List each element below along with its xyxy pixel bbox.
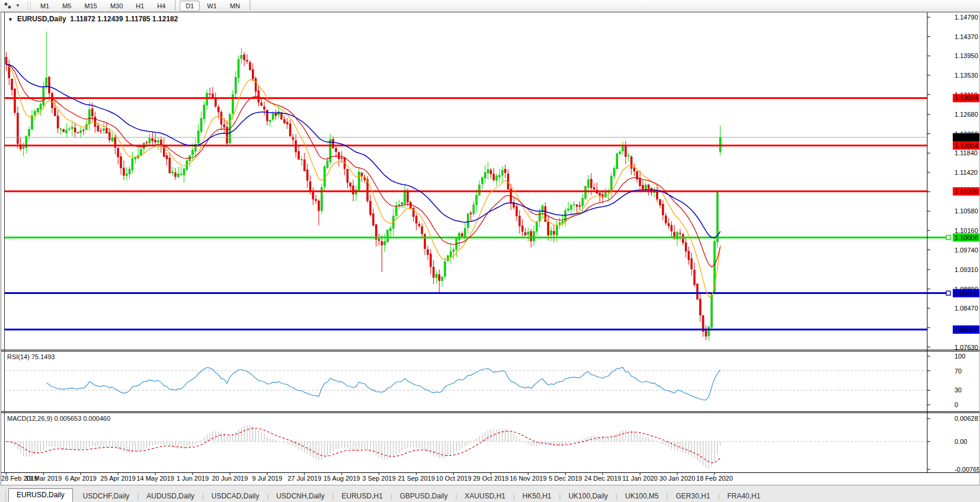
dropdown-caret-icon[interactable]: ▼ <box>15 3 20 8</box>
candle-up <box>711 292 713 327</box>
symbol-tab-bar: EURUSD,DailyUSDCHF,Daily|AUDUSD,Daily|US… <box>0 485 980 502</box>
toolbar-separator <box>27 2 31 9</box>
time-tick-label: 27 Jul 2019 <box>287 475 321 482</box>
price-tick-label: 1.12680 <box>955 111 978 118</box>
candle-up <box>619 152 621 154</box>
candle-down <box>624 145 626 156</box>
line-handle[interactable] <box>946 291 950 295</box>
candle-down <box>169 158 171 173</box>
candle-down <box>214 98 216 107</box>
rsi-indicator-label: RSI(14) 75.1493 <box>7 353 55 360</box>
tab-usdcnh-daily[interactable]: USDCNH,Daily <box>268 490 332 502</box>
candle-down <box>14 89 16 113</box>
tab-fra40-h1[interactable]: FRA40,H1 <box>719 490 768 502</box>
candle-down <box>146 143 148 143</box>
candle-up <box>23 147 24 149</box>
timeframe-button-m5[interactable]: M5 <box>56 1 77 11</box>
candle-down <box>662 204 664 215</box>
candle-down <box>249 63 251 70</box>
candle-down <box>5 57 7 65</box>
candle-down <box>74 128 76 132</box>
candle-up <box>453 250 454 251</box>
candle-down <box>51 93 53 108</box>
candle-up <box>46 78 47 87</box>
candle-down <box>630 156 632 168</box>
tab-usdcad-daily[interactable]: USDCAD,Daily <box>204 490 267 502</box>
candle-down <box>318 201 320 211</box>
candle-down <box>699 299 701 315</box>
time-tick-label: 14 May 2019 <box>136 475 174 482</box>
time-tick-label: 15 Aug 2019 <box>324 475 360 482</box>
candle-up <box>37 108 39 112</box>
tab-xauusd-h1[interactable]: XAUUSD,H1 <box>457 490 513 502</box>
line-handle[interactable] <box>946 235 950 239</box>
chart-collapse-caret-icon[interactable]: ▼ <box>8 17 13 23</box>
timeframe-button-m30[interactable]: M30 <box>104 1 129 11</box>
timeframe-button-mn[interactable]: MN <box>224 1 246 11</box>
candle-up <box>301 159 303 160</box>
candle-down <box>579 206 581 206</box>
toolbar-separator <box>249 0 251 10</box>
candle-up <box>149 138 150 143</box>
time-tick-label: 10 Oct 2019 <box>436 475 472 482</box>
tab-uk100-daily[interactable]: UK100,Daily <box>561 490 616 502</box>
candle-down <box>490 170 492 174</box>
candle-up <box>34 111 36 115</box>
candle-down <box>77 133 79 133</box>
candle-down <box>421 226 423 234</box>
candle-down <box>682 235 684 243</box>
candle-up <box>272 114 274 119</box>
tab-audusd-daily[interactable]: AUDUSD,Daily <box>139 490 202 502</box>
tab-usdchf-daily[interactable]: USDCHF,Daily <box>75 490 137 502</box>
tab-uk100-m5[interactable]: UK100,M5 <box>617 490 667 502</box>
candle-down <box>504 169 506 172</box>
candle-up <box>329 139 331 162</box>
candle-down <box>338 152 340 159</box>
candle-down <box>209 94 211 94</box>
timeframe-button-w1[interactable]: W1 <box>201 1 223 11</box>
tab-eurusd-daily[interactable]: EURUSD,Daily <box>8 488 73 502</box>
macd-tick-label: -0.007658 <box>955 466 980 473</box>
candle-up <box>719 138 721 152</box>
candle-up <box>527 232 529 234</box>
timeframe-button-m1[interactable]: M1 <box>34 1 55 11</box>
candle-down <box>163 145 165 156</box>
timeframe-button-h1[interactable]: H1 <box>130 1 150 11</box>
candle-down <box>656 191 658 199</box>
macd-tick-label: 0.006287 <box>955 415 980 422</box>
timeframes-icon[interactable] <box>4 2 14 10</box>
candle-down <box>332 139 334 148</box>
candle-down <box>298 152 300 159</box>
candle-down <box>530 232 532 241</box>
candle-up <box>60 129 62 129</box>
time-tick-label: 29 Oct 2019 <box>473 475 508 482</box>
chart-background <box>0 12 980 485</box>
timeframe-button-m15[interactable]: M15 <box>78 1 103 11</box>
rsi-tick-label: 70 <box>955 367 962 375</box>
candle-up <box>582 199 584 206</box>
candle-up <box>206 93 208 105</box>
candle-down <box>415 216 417 223</box>
timeframe-button-h4[interactable]: H4 <box>151 1 171 11</box>
candle-up <box>324 167 325 187</box>
candle-up <box>203 105 205 119</box>
candle-up <box>401 203 403 204</box>
candle-down <box>430 254 431 267</box>
tab-strip-handle[interactable] <box>0 490 6 502</box>
tab-ger30-h1[interactable]: GER30,H1 <box>668 490 718 502</box>
top-toolbar: ▼ M1M5M15M30H1H4D1W1MN <box>0 0 980 12</box>
candle-up <box>441 277 443 280</box>
candle-down <box>223 124 225 127</box>
candle-up <box>487 170 489 173</box>
candle-down <box>117 148 119 157</box>
timeframe-button-d1[interactable]: D1 <box>180 1 200 11</box>
tab-eurusd-h1[interactable]: EURUSD,H1 <box>334 490 390 502</box>
tab-gbpusd-daily[interactable]: GBPUSD,Daily <box>392 490 456 502</box>
chart-canvas[interactable]: 1.147901.143701.139501.135301.131101.126… <box>0 12 980 485</box>
candle-down <box>524 232 526 235</box>
tab-hk50-h1[interactable]: HK50,H1 <box>515 490 559 502</box>
candle-down <box>261 103 262 105</box>
candle-up <box>172 172 174 173</box>
candle-down <box>108 132 110 140</box>
candle-down <box>166 156 168 159</box>
